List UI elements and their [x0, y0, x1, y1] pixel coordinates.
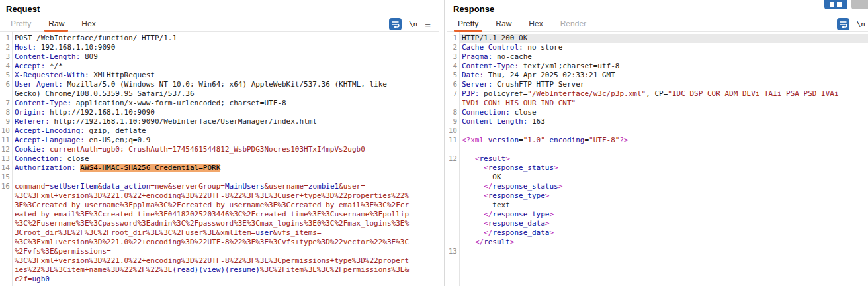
line-number: 13: [0, 154, 12, 164]
code-line[interactable]: c2f=ugb0: [0, 275, 439, 284]
code-line[interactable]: 5X-Requested-With: XMLHttpRequest: [0, 71, 439, 80]
tab-raw[interactable]: Raw: [40, 18, 73, 31]
line-content: %3C%3Fxml+version%3D%221.0%22+encoding%3…: [12, 256, 439, 265]
code-line[interactable]: 6User-Agent: Mozilla/5.0 (Windows NT 10.…: [0, 80, 439, 89]
line-content: Referer: http://192.168.1.10:9090/WebInt…: [12, 117, 439, 126]
tab-raw[interactable]: Raw: [487, 18, 520, 31]
line-content: Server: CrushFTP HTTP Server: [459, 80, 868, 89]
code-line[interactable]: 11<?xml version="1.0" encoding="UTF-8"?>: [447, 136, 868, 145]
code-line[interactable]: 11Accept-Language: en-US,en;q=0.9: [0, 136, 439, 145]
line-number: [447, 228, 459, 238]
code-line[interactable]: <response_type>: [447, 191, 868, 201]
line-number: [0, 275, 12, 284]
code-line[interactable]: 15: [0, 173, 439, 182]
code-line[interactable]: 8Connection: close: [447, 108, 868, 117]
response-editor[interactable]: 1HTTP/1.1 200 OK2Cache-Control: no-store…: [447, 32, 868, 286]
code-line[interactable]: <response_data>: [447, 219, 868, 228]
code-line[interactable]: %3C%3Fxml+version%3D%221.0%22+encoding%3…: [0, 191, 439, 201]
line-number: 4: [447, 62, 459, 71]
line-content: Date: Thu, 24 Apr 2025 02:33:21 GMT: [459, 71, 868, 80]
code-line[interactable]: 7Content-Type: application/x-www-form-ur…: [0, 99, 439, 108]
line-content: Cookie: currentAuth=ugb0; CrushAuth=1745…: [12, 145, 439, 154]
code-line[interactable]: eated_by_email%3E%3Ccreated_time%3E04182…: [0, 210, 439, 219]
code-line[interactable]: 9Referer: http://192.168.1.10:9090/WebIn…: [0, 117, 439, 126]
code-line[interactable]: 16command=setUserItem&data_action=new&se…: [0, 182, 439, 191]
code-line[interactable]: 4Content-Type: text/xml;charset=utf-8: [447, 62, 868, 71]
line-content: eated_by_email%3E%3Ccreated_time%3E04182…: [12, 210, 439, 219]
request-panel-title: Request: [0, 0, 439, 17]
code-line[interactable]: IVDi CONi HIS OUR IND CNT": [447, 99, 868, 108]
code-line[interactable]: Gecko) Chrome/108.0.5359.95 Safari/537.3…: [0, 89, 439, 99]
code-line[interactable]: 14Authorization: AWS4-HMAC-SHA256 Creden…: [0, 164, 439, 173]
code-line[interactable]: 3E%3Ccreated_by_username%3Epplma%3C%2Fcr…: [0, 201, 439, 210]
line-content: HTTP/1.1 200 OK: [459, 34, 868, 43]
code-line[interactable]: </result>: [447, 238, 868, 247]
wrap-toggle-button[interactable]: [837, 18, 849, 30]
code-line[interactable]: 12 <result>: [447, 154, 868, 164]
code-line[interactable]: 3Croot_dir%3E%2F%3C%2Froot_dir%3E%3C%2Fu…: [0, 228, 439, 238]
code-line[interactable]: </response_data>: [447, 228, 868, 238]
line-content: <response_data>: [459, 219, 868, 228]
code-line[interactable]: 3Pragma: no-cache: [447, 52, 868, 62]
code-line[interactable]: %2Fvfs%3E&permissions=: [0, 247, 439, 256]
code-line[interactable]: 10Accept-Encoding: gzip, deflate: [0, 126, 439, 136]
line-content: %3C%2Fusername%3E%3Cpassword%3Eadmin%3C%…: [12, 219, 439, 228]
code-line[interactable]: text: [447, 201, 868, 210]
editor-menu-icon[interactable]: ≡: [425, 19, 431, 29]
code-line[interactable]: 12Cookie: currentAuth=ugb0; CrushAuth=17…: [0, 145, 439, 154]
code-line[interactable]: %3C%2Fusername%3E%3Cpassword%3Eadmin%3C%…: [0, 219, 439, 228]
layout-columns-button[interactable]: [824, 0, 847, 9]
code-line[interactable]: [447, 145, 868, 154]
code-line[interactable]: 1POST /WebInterface/function/ HTTP/1.1: [0, 34, 439, 43]
code-line[interactable]: 9Content-Length: 163: [447, 117, 868, 126]
line-number: [447, 145, 459, 154]
line-number: 6: [0, 80, 12, 89]
layout-alt-button[interactable]: [851, 0, 868, 9]
code-line[interactable]: %3C%3Fxml+version%3D%221.0%22+encoding%3…: [0, 238, 439, 247]
code-line[interactable]: 10: [447, 126, 868, 136]
newline-toggle[interactable]: \n: [409, 20, 417, 28]
code-line[interactable]: ies%22%3E%3Citem+name%3D%22%2F%22%3E(rea…: [0, 265, 439, 275]
line-content: Content-Length: 809: [12, 52, 439, 62]
line-number: [447, 99, 459, 108]
code-line[interactable]: 8Origin: http://192.168.1.10:9090: [0, 108, 439, 117]
line-number: [0, 89, 12, 99]
line-content: Pragma: no-cache: [459, 52, 868, 62]
http-message-viewer: Request PrettyRawHex \n ≡ 1POST /WebInte…: [0, 0, 868, 286]
code-line[interactable]: 6Server: CrushFTP HTTP Server: [447, 80, 868, 89]
line-number: [447, 219, 459, 228]
code-line[interactable]: 5Date: Thu, 24 Apr 2025 02:33:21 GMT: [447, 71, 868, 80]
request-code-lines: 1POST /WebInterface/function/ HTTP/1.12H…: [0, 34, 439, 284]
code-line[interactable]: %3C%3Fxml+version%3D%221.0%22+encoding%3…: [0, 256, 439, 265]
tab-pretty[interactable]: Pretty: [449, 18, 487, 31]
line-number: 13: [447, 247, 459, 256]
line-number: 4: [0, 62, 12, 71]
response-tabbar: PrettyRawHexRender \n: [447, 17, 868, 32]
code-line[interactable]: 2Host: 192.168.1.10:9090: [0, 43, 439, 52]
panel-divider[interactable]: [444, 0, 445, 286]
tab-pretty[interactable]: Pretty: [2, 18, 40, 31]
wrap-toggle-button[interactable]: [389, 18, 402, 30]
code-line[interactable]: OK: [447, 173, 868, 182]
code-line[interactable]: 4Accept: */*: [0, 62, 439, 71]
line-content: [459, 126, 868, 136]
newline-toggle[interactable]: \n: [857, 20, 865, 28]
code-line[interactable]: 7P3P: policyref="/WebInterface/w3c/p3p.x…: [447, 89, 868, 99]
line-number: [0, 191, 12, 201]
code-line[interactable]: 1HTTP/1.1 200 OK: [447, 34, 868, 43]
code-line[interactable]: </response_status>: [447, 182, 868, 191]
line-content: Origin: http://192.168.1.10:9090: [12, 108, 439, 117]
code-line[interactable]: <response_status>: [447, 164, 868, 173]
code-line[interactable]: </response_type>: [447, 210, 868, 219]
request-editor[interactable]: 1POST /WebInterface/function/ HTTP/1.12H…: [0, 32, 439, 286]
tab-hex[interactable]: Hex: [73, 18, 104, 31]
response-toolbar: \n: [837, 18, 868, 30]
tab-render[interactable]: Render: [552, 18, 595, 31]
code-line[interactable]: 2Cache-Control: no-store: [447, 43, 868, 52]
code-line[interactable]: 13Connection: close: [0, 154, 439, 164]
line-content: <response_status>: [459, 164, 868, 173]
code-line[interactable]: 13: [447, 247, 868, 256]
wrap-icon: [839, 20, 847, 28]
code-line[interactable]: 3Content-Length: 809: [0, 52, 439, 62]
tab-hex[interactable]: Hex: [520, 18, 551, 31]
